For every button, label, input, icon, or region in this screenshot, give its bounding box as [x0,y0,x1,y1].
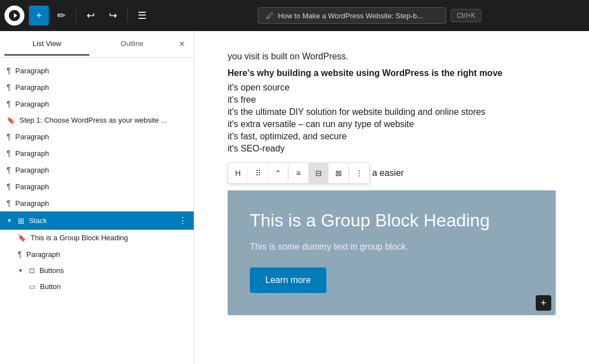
item-label: Stack [29,216,174,225]
item-label: Step 1: Choose WordPress as your website… [19,116,187,124]
more-options-icon[interactable]: ⋮ [178,215,187,226]
item-label: Paragraph [16,133,187,141]
list-item[interactable]: 🔖 Step 1: Choose WordPress as your websi… [0,112,194,128]
bookmark-icon: 🔖 [7,117,15,124]
redo-button[interactable]: ↪ [103,6,123,26]
paragraph-icon: ¶ [7,66,11,75]
url-bar[interactable]: 🖊 How to Make a WordPress Website: Step-… [258,7,446,24]
list-item-group-paragraph[interactable]: ¶ Paragraph [0,246,194,262]
paragraph-icon: ¶ [7,83,11,92]
move-button[interactable]: ⌃ [268,163,288,183]
list-item[interactable]: ¶ Paragraph [0,62,194,79]
align-wide-button[interactable]: ⊟ [309,163,329,183]
group-block-heading: This is a Group Block Heading [250,210,533,231]
paragraph-icon: ¶ [7,132,11,141]
paragraph-icon: ¶ [7,199,11,208]
list-item-text: it's fast, optimized, and secure [228,132,556,141]
content-heading: Here's why building a website using Word… [228,68,556,78]
paragraph-icon: ¶ [7,149,11,158]
item-label: Paragraph [16,183,187,191]
expand-icon: ▼ [7,218,12,224]
topbar-center: 🖊 How to Make a WordPress Website: Step-… [154,7,585,24]
item-label: Buttons [39,266,187,275]
content-intro: you visit is built on WordPress. [228,49,556,64]
paragraph-icon: ¶ [18,250,22,259]
tab-outline[interactable]: Outline [89,33,174,55]
list-item-text: it's extra versatile – can run any type … [228,119,556,129]
undo-button[interactable]: ↩ [80,6,100,26]
more-options-button[interactable]: ⋮ [349,163,369,183]
stack-icon: ⊞ [18,216,24,225]
paragraph-icon: ¶ [7,182,11,191]
item-label: Paragraph [16,83,187,92]
feather-icon: 🖊 [266,11,274,20]
list-item[interactable]: ¶ Paragraph [0,178,194,195]
drag-button[interactable]: ⠿ [248,163,268,183]
item-label: Paragraph [16,100,187,108]
block-toolbar: H ⠿ ⌃ ≡ ⊟ ⊠ ⋮ [228,163,370,184]
learn-more-button[interactable]: Learn more [250,267,326,293]
menu-button[interactable]: ☰ [132,6,152,26]
align-full-button[interactable]: ⊠ [329,163,349,183]
paragraph-icon: ¶ [7,165,11,174]
group-block: This is a Group Block Heading This is so… [228,190,556,315]
list-item-text: it's the ultimate DIY solution for websi… [228,107,556,117]
wp-logo [4,6,24,26]
list-item[interactable]: ¶ Paragraph [0,128,194,145]
button-icon: ▭ [29,282,36,291]
main-wrapper: List View Outline × ¶ Paragraph ¶ Paragr… [0,31,589,364]
item-label: Paragraph [27,250,187,259]
item-label: This is a Group Block Heading [31,234,187,242]
list-item[interactable]: ¶ Paragraph [0,145,194,161]
list-item-text: it's SEO-ready [228,144,556,154]
paragraph-icon: ¶ [7,99,11,108]
item-label: Paragraph [16,149,187,158]
list-item-text: it's open source [228,83,556,93]
content-area: you visit is built on WordPress. Here's … [194,31,589,364]
topbar: + ✏ ↩ ↪ ☰ 🖊 How to Make a WordPress Webs… [0,0,589,31]
tab-list-view[interactable]: List View [4,33,89,55]
bookmark-icon: 🔖 [18,234,26,242]
sidebar-item-button[interactable]: ▭ Button [0,279,194,295]
expand-icon: ▼ [18,267,23,274]
add-block-button[interactable]: + [29,6,49,26]
item-label: Paragraph [16,199,187,208]
after-toolbar-text: a easier [372,168,404,178]
item-label: Paragraph [16,166,187,174]
list-item-text: it's free [228,95,556,105]
sidebar: List View Outline × ¶ Paragraph ¶ Paragr… [0,31,194,364]
add-block-inside-button[interactable]: + [536,295,551,311]
block-type-button[interactable]: H [228,163,248,183]
list-item[interactable]: ¶ Paragraph [0,195,194,211]
sidebar-item-buttons[interactable]: ▼ ⊡ Buttons [0,262,194,279]
sidebar-list: ¶ Paragraph ¶ Paragraph ¶ Paragraph 🔖 St… [0,58,194,364]
list-item[interactable]: ¶ Paragraph [0,79,194,95]
list-item-group-heading[interactable]: 🔖 This is a Group Block Heading [0,230,194,246]
draw-button[interactable]: ✏ [51,6,71,26]
sidebar-item-stack[interactable]: ▼ ⊞ Stack ⋮ [0,211,194,230]
group-block-paragraph: This is some dummy text in group block. [250,242,533,252]
item-label: Button [40,282,187,291]
sidebar-close-button[interactable]: × [175,36,190,52]
url-bar-text: How to Make a WordPress Website: Step-b.… [278,12,423,20]
topbar-separator [75,9,76,22]
buttons-icon: ⊡ [29,266,35,275]
list-item[interactable]: ¶ Paragraph [0,95,194,112]
item-label: Paragraph [16,67,187,75]
sidebar-header: List View Outline × [0,31,194,58]
align-left-button[interactable]: ≡ [289,163,309,183]
keyboard-shortcut: Ctrl+K [451,9,482,22]
topbar-separator-2 [127,9,128,22]
list-item[interactable]: ¶ Paragraph [0,161,194,178]
